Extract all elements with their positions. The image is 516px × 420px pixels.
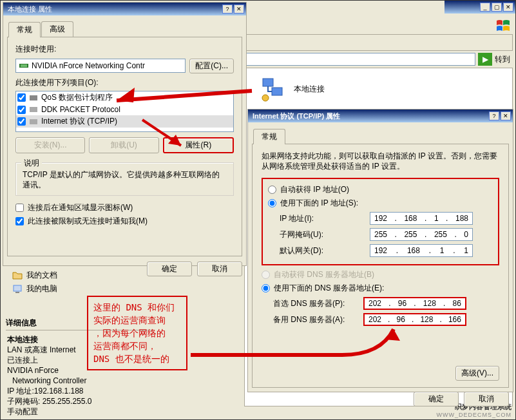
ok-button[interactable]: 确定 [147, 262, 192, 276]
help-button[interactable]: ? [222, 5, 233, 14]
limited-check[interactable]: 此连接被限制或无连接时通知我(M) [15, 216, 234, 227]
svg-rect-1 [272, 88, 282, 95]
svg-rect-0 [263, 79, 273, 86]
svg-rect-6 [21, 64, 27, 67]
close-button[interactable]: ✕ [234, 5, 244, 14]
cancel-button[interactable]: 取消 [197, 262, 242, 276]
dialog1-titlebar[interactable]: 本地连接 属性 ? ✕ [3, 3, 246, 15]
go-label: 转到 [495, 54, 513, 65]
detail-assign: 手动配置 [7, 406, 153, 417]
advanced-button[interactable]: 高级(V)... [455, 366, 499, 381]
svg-rect-8 [30, 107, 37, 112]
detail-mask: 子网掩码: 255.255.255.0 [7, 396, 153, 406]
footer-url: WWW_DEDECMS_COM [437, 412, 512, 418]
ip-label: IP 地址(I): [280, 213, 370, 224]
tab-general[interactable]: 常规 [8, 22, 41, 37]
svg-rect-9 [30, 119, 37, 124]
close-button[interactable]: ✕ [501, 111, 511, 120]
mask-label: 子网掩码(U): [280, 229, 370, 240]
connect-using-label: 连接时使用: [15, 44, 234, 55]
dialog2-titlebar[interactable]: Internet 协议 (TCP/IP) 属性 ? ✕ [248, 110, 513, 122]
network-connection-icon [260, 76, 286, 102]
ip-input[interactable]: 192.168.1.188 [370, 212, 473, 225]
svg-point-2 [262, 95, 269, 101]
dialog2-title: Internet 协议 (TCP/IP) 属性 [250, 111, 488, 121]
svg-rect-3 [14, 285, 21, 291]
help-button[interactable]: ? [489, 111, 499, 120]
minimize-button[interactable]: _ [480, 3, 490, 12]
svg-rect-4 [15, 292, 19, 293]
desc-text: TCP/IP 是默认的广域网协议。它提供跨越多种互联网络的通讯。 [23, 169, 227, 190]
desc-header: 说明 [21, 158, 42, 169]
annotation-box: 这里的 DNS 和你们 实际的运营商查询 ，因为每个网络的 运营商都不同， DN… [87, 296, 187, 370]
close-button[interactable]: ✕ [503, 3, 513, 12]
dns1-label: 首选 DNS 服务器(P): [273, 298, 363, 309]
dns1-input[interactable]: 202.96.128.86 [363, 297, 466, 310]
auto-dns-radio: 自动获得 DNS 服务器地址(B) [262, 269, 499, 280]
checkbox[interactable] [17, 106, 26, 114]
arrow-annotation-icon [187, 310, 413, 361]
sidebar-label: 我的电脑 [26, 283, 57, 294]
protocol-icon [28, 104, 39, 115]
tab-advanced[interactable]: 高级 [41, 21, 73, 37]
manual-dns-radio[interactable]: 使用下面的 DNS 服务器地址(E): [262, 283, 499, 294]
arrow-annotation-icon [84, 78, 258, 117]
arrow-annotation-icon [136, 117, 194, 155]
adapter-name: NVIDIA nForce Networking Contr [32, 61, 145, 70]
computer-icon [12, 284, 23, 294]
protocol-item-tcpip[interactable]: Internet 协议 (TCP/IP) [16, 115, 233, 128]
gw-label: 默认网关(D): [280, 245, 370, 256]
svg-rect-7 [30, 95, 37, 100]
go-button[interactable]: ▶ [478, 53, 492, 66]
windows-logo-icon [496, 19, 510, 32]
checkbox[interactable] [17, 93, 26, 102]
cancel-button[interactable]: 取消 [464, 392, 509, 406]
maximize-button[interactable]: ▢ [492, 3, 502, 12]
auto-ip-radio[interactable]: 自动获得 IP 地址(O) [268, 184, 493, 195]
install-button[interactable]: 安装(N)... [15, 137, 85, 153]
sidebar-item-mycomputer[interactable]: 我的电脑 [10, 282, 151, 296]
dialog1-title: 本地连接 属性 [5, 5, 221, 14]
tab-general[interactable]: 常规 [253, 129, 285, 144]
protocol-icon [28, 117, 39, 127]
gw-input[interactable]: 192.168.1.1 [370, 244, 473, 257]
notify-check[interactable]: 连接后在通知区域显示图标(W) [15, 202, 234, 213]
detail-ip: IP 地址:192.168.1.188 [7, 386, 153, 396]
connection-name[interactable]: 本地连接 [294, 84, 325, 95]
mask-input[interactable]: 255.255.255.0 [370, 228, 473, 241]
checkbox[interactable] [17, 117, 26, 126]
detail-device2: Networking Controller [7, 376, 153, 386]
adapter-icon [19, 61, 29, 71]
ok-button[interactable]: 确定 [414, 392, 459, 406]
manual-ip-radio[interactable]: 使用下面的 IP 地址(S): [268, 198, 493, 209]
configure-button[interactable]: 配置(C)... [189, 59, 234, 73]
intro-text: 如果网络支持此功能，则可以获取自动指派的 IP 设置。否则，您需要从网络系统管理… [262, 151, 499, 171]
protocol-icon [28, 93, 39, 103]
